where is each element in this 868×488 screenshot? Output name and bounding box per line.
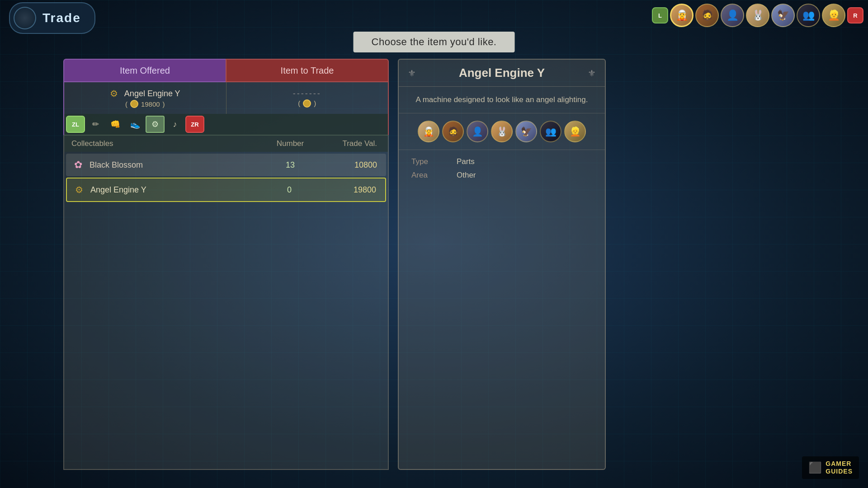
angel-engine-icon: ⚙ — [72, 183, 86, 197]
angel-engine-value: 19800 — [316, 185, 380, 195]
col-collectables: Collectables — [71, 139, 263, 148]
active-character-avatar[interactable]: 🧝 — [670, 4, 693, 27]
col-trade-val: Trade Val. — [317, 139, 381, 148]
col-number: Number — [263, 139, 317, 148]
black-blossom-label: Black Blossom — [90, 160, 143, 170]
zl-tab[interactable]: ZL — [66, 116, 85, 133]
offered-paren-close: ) — [163, 100, 165, 108]
main-layout: Item Offered Item to Trade ⚙ Angel Engin… — [63, 59, 854, 470]
item-offered-header: Item Offered — [63, 59, 226, 82]
offered-item-icon: ⚙ — [110, 88, 121, 99]
filter-tab-fist[interactable]: 👊 — [106, 116, 125, 133]
area-label: Area — [411, 171, 439, 180]
filter-tab-music[interactable]: ♪ — [165, 116, 184, 133]
table-body: ✿ Black Blossom 13 10800 ⚙ Angel Engine … — [64, 152, 388, 205]
angel-engine-number: 0 — [262, 185, 316, 195]
table-header: Collectables Number Trade Val. — [64, 136, 388, 152]
stat-row-type: Type Parts — [411, 157, 592, 166]
zr-tab[interactable]: ZR — [185, 116, 204, 133]
detail-header: ⚜ Angel Engine Y ⚜ — [399, 60, 605, 87]
detail-characters: 🧝 🧔 👤 🐰 🦅 👥 👱 — [399, 113, 605, 150]
title-badge: Trade — [9, 2, 95, 34]
character-avatar-5[interactable]: 🦅 — [771, 4, 795, 27]
filter-tab-sword[interactable]: ✏ — [86, 116, 105, 133]
trade-coin-icon — [303, 99, 311, 108]
character-avatar-2[interactable]: 🧔 — [695, 4, 719, 27]
gamer-guides-watermark: ⬛ GAMERGUIDES — [802, 456, 859, 479]
detail-char-1: 🧝 — [418, 121, 439, 142]
character-avatar-7[interactable]: 👱 — [822, 4, 845, 27]
item-display-row: ⚙ Angel Engine Y ( 19800 ) ------- ( ) — [63, 82, 389, 114]
top-right-characters: L 🧝 🧔 👤 🐰 🦅 👥 👱 R — [652, 4, 863, 27]
l-button[interactable]: L — [652, 7, 668, 23]
offered-paren-open: ( — [125, 100, 127, 108]
gamer-guides-icon: ⬛ — [808, 461, 822, 474]
detail-deco-right: ⚜ — [588, 68, 596, 79]
character-avatar-3[interactable]: 👤 — [721, 4, 744, 27]
gamer-guides-text: GAMERGUIDES — [826, 460, 853, 475]
instruction-text: Choose the item you'd like. — [354, 32, 515, 52]
detail-char-3: 👤 — [467, 121, 488, 142]
black-blossom-value: 10800 — [317, 160, 381, 170]
stat-row-area: Area Other — [411, 171, 592, 180]
row-1-name: ✿ Black Blossom — [71, 158, 263, 172]
type-label: Type — [411, 157, 439, 166]
left-panel: Item Offered Item to Trade ⚙ Angel Engin… — [63, 59, 389, 470]
trade-paren-close: ) — [314, 99, 316, 107]
trade-item-name-row: ------- — [293, 89, 321, 99]
table-row-selected[interactable]: ⚙ Angel Engine Y 0 19800 — [66, 178, 386, 202]
detail-panel: ⚜ Angel Engine Y ⚜ A machine designed to… — [398, 59, 606, 470]
trade-item-dashes: ------- — [293, 89, 321, 99]
trade-item-display: ------- ( ) — [226, 82, 388, 114]
detail-description: A machine designed to look like an angel… — [399, 87, 605, 113]
detail-stats: Type Parts Area Other — [399, 150, 605, 187]
offered-item-name: Angel Engine Y — [124, 89, 180, 99]
filter-tab-boot[interactable]: 👟 — [126, 116, 145, 133]
title-circle-icon — [14, 7, 36, 29]
detail-char-4: 🐰 — [491, 121, 513, 142]
detail-deco-left: ⚜ — [408, 68, 416, 79]
type-value: Parts — [457, 157, 475, 166]
detail-char-7: 👱 — [564, 121, 586, 142]
item-headers: Item Offered Item to Trade — [63, 59, 389, 82]
character-avatar-6[interactable]: 👥 — [797, 4, 820, 27]
black-blossom-icon: ✿ — [71, 158, 85, 172]
row-2-name: ⚙ Angel Engine Y — [72, 183, 262, 197]
detail-char-5: 🦅 — [515, 121, 537, 142]
detail-char-2: 🧔 — [442, 121, 464, 142]
character-avatar-4[interactable]: 🐰 — [746, 4, 769, 27]
offered-item-display: ⚙ Angel Engine Y ( 19800 ) — [64, 82, 226, 114]
trade-item-cost-row: ( ) — [298, 99, 316, 108]
table-row[interactable]: ✿ Black Blossom 13 10800 — [66, 154, 386, 176]
item-trade-header: Item to Trade — [226, 59, 389, 82]
angel-engine-label: Angel Engine Y — [90, 185, 146, 195]
black-blossom-number: 13 — [263, 160, 317, 170]
area-value: Other — [457, 171, 476, 180]
trade-paren-open: ( — [298, 99, 300, 107]
offered-coin-icon — [130, 100, 138, 108]
detail-title: Angel Engine Y — [459, 66, 545, 80]
trade-table: Collectables Number Trade Val. ✿ Black B… — [63, 136, 389, 470]
filter-tab-gear[interactable]: ⚙ — [146, 116, 165, 133]
r-button[interactable]: R — [847, 7, 863, 23]
offered-item-cost-row: ( 19800 ) — [125, 100, 165, 108]
offered-item-name-row: ⚙ Angel Engine Y — [110, 88, 180, 99]
offered-item-cost: 19800 — [141, 100, 160, 108]
filter-tabs: ZL ✏ 👊 👟 ⚙ ♪ ZR — [63, 114, 389, 136]
detail-char-6: 👥 — [540, 121, 561, 142]
screen-title: Trade — [42, 11, 81, 25]
